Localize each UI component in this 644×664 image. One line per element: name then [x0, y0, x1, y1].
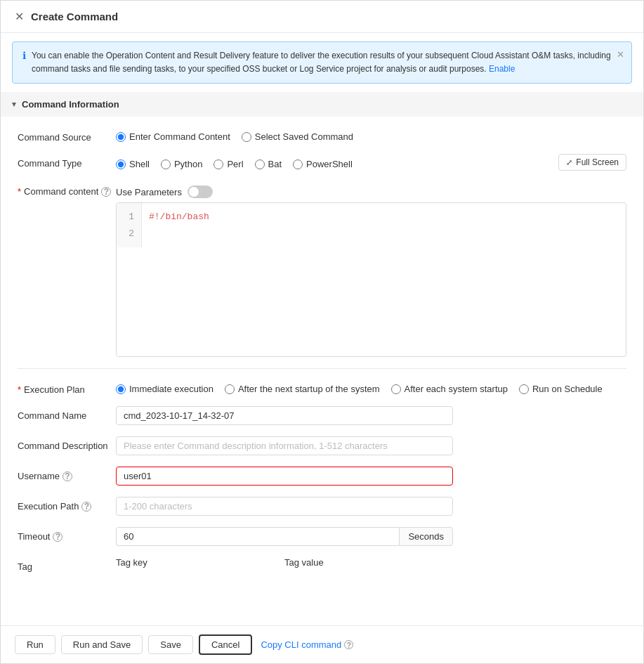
divider	[18, 368, 626, 369]
tag-key-header: Tag key	[116, 557, 284, 568]
fullscreen-button[interactable]: ⤢ Full Screen	[558, 154, 626, 171]
chevron-down-icon: ▾	[12, 100, 16, 109]
close-banner-icon[interactable]: ✕	[617, 49, 624, 60]
command-description-label: Command Description	[18, 436, 116, 451]
radio-shell[interactable]: Shell	[116, 159, 150, 169]
timeout-control: Seconds	[116, 527, 626, 546]
command-source-label: Command Source	[18, 128, 116, 143]
radio-python[interactable]: Python	[161, 159, 202, 169]
form-body: Command Source Enter Command Content Sel…	[1, 117, 643, 625]
tag-header-row: Tag key Tag value	[116, 557, 453, 568]
tag-label: Tag	[18, 557, 116, 572]
command-type-radio-group: Shell Python Perl Bat	[116, 155, 353, 169]
use-params-toggle[interactable]	[188, 185, 213, 198]
radio-perl-input[interactable]	[213, 160, 223, 169]
section-header: ▾ Command Information	[1, 92, 643, 117]
code-editor-inner: 1 2 #!/bin/bash	[117, 203, 626, 247]
username-help-icon[interactable]: ?	[63, 471, 72, 481]
info-banner: ℹ You can enable the Operation Content a…	[12, 41, 632, 84]
command-name-row: Command Name	[18, 406, 626, 425]
radio-bat[interactable]: Bat	[255, 159, 282, 169]
execution-path-input[interactable]	[116, 497, 453, 516]
timeout-unit: Seconds	[399, 527, 453, 546]
radio-enter-command[interactable]: Enter Command Content	[116, 131, 230, 142]
execution-plan-control: Immediate execution After the next start…	[116, 380, 626, 394]
execution-plan-row: * Execution Plan Immediate execution Aft…	[18, 380, 626, 395]
command-source-row: Command Source Enter Command Content Sel…	[18, 128, 626, 143]
radio-select-saved[interactable]: Select Saved Command	[242, 131, 353, 142]
banner-text: You can enable the Operation Content and…	[32, 49, 622, 76]
dialog-header: ✕ Create Command	[1, 1, 643, 33]
tag-control: Tag key Tag value	[116, 557, 626, 568]
command-type-control: Shell Python Perl Bat	[116, 154, 626, 171]
timeout-help-icon[interactable]: ?	[53, 532, 63, 542]
command-content-label: * Command content ?	[18, 182, 116, 197]
code-editor[interactable]: 1 2 #!/bin/bash	[116, 202, 626, 357]
create-command-dialog: ✕ Create Command ℹ You can enable the Op…	[0, 0, 644, 664]
username-input[interactable]	[116, 467, 453, 486]
command-type-row: Command Type Shell Python	[18, 154, 626, 171]
username-control	[116, 467, 626, 486]
command-type-label: Command Type	[18, 154, 116, 169]
radio-powershell-input[interactable]	[293, 160, 303, 169]
radio-next-startup-input[interactable]	[225, 384, 235, 394]
timeout-input[interactable]	[116, 527, 399, 546]
command-content-help-icon[interactable]: ?	[101, 187, 111, 197]
radio-enter-input[interactable]	[116, 132, 126, 142]
execution-plan-radio-group: Immediate execution After the next start…	[116, 380, 626, 394]
code-content[interactable]: #!/bin/bash	[142, 203, 216, 247]
copy-cli-help-icon[interactable]: ?	[344, 640, 353, 649]
command-type-inner: Shell Python Perl Bat	[116, 154, 626, 171]
timeout-input-row: Seconds	[116, 527, 453, 546]
fullscreen-icon: ⤢	[566, 158, 572, 167]
radio-immediate[interactable]: Immediate execution	[116, 384, 213, 394]
radio-shell-input[interactable]	[116, 160, 126, 169]
run-button[interactable]: Run	[15, 635, 55, 654]
command-description-row: Command Description	[18, 436, 626, 455]
footer: Run Run and Save Save Cancel Copy CLI co…	[1, 625, 643, 663]
timeout-label: Timeout ?	[18, 527, 116, 542]
line-numbers: 1 2	[117, 203, 142, 247]
radio-python-input[interactable]	[161, 160, 171, 169]
run-save-button[interactable]: Run and Save	[61, 635, 143, 654]
execution-path-control	[116, 497, 626, 516]
enable-link[interactable]: Enable	[489, 64, 515, 74]
code-line-1: #!/bin/bash	[149, 209, 209, 225]
username-label: Username ?	[18, 467, 116, 481]
cancel-button[interactable]: Cancel	[199, 634, 252, 655]
use-params-row: Use Parameters	[116, 182, 626, 198]
command-description-input[interactable]	[116, 436, 453, 455]
radio-schedule-input[interactable]	[519, 384, 529, 394]
command-source-radio-group: Enter Command Content Select Saved Comma…	[116, 128, 626, 142]
radio-schedule[interactable]: Run on Schedule	[519, 384, 603, 394]
tag-row: Tag Tag key Tag value	[18, 557, 626, 572]
command-description-control	[116, 436, 626, 455]
code-line-2	[149, 226, 209, 242]
line-number-1: 1	[124, 209, 134, 225]
command-name-label: Command Name	[18, 406, 116, 421]
radio-immediate-input[interactable]	[116, 384, 126, 394]
radio-each-startup-input[interactable]	[391, 384, 401, 394]
radio-perl[interactable]: Perl	[213, 159, 243, 169]
radio-each-startup[interactable]: After each system startup	[391, 384, 508, 394]
radio-powershell[interactable]: PowerShell	[293, 159, 353, 169]
close-icon[interactable]: ✕	[15, 11, 24, 22]
tag-value-header: Tag value	[284, 557, 453, 568]
line-number-2: 2	[124, 226, 134, 242]
execution-path-label: Execution Path ?	[18, 497, 116, 512]
command-source-control: Enter Command Content Select Saved Comma…	[116, 128, 626, 142]
radio-bat-input[interactable]	[255, 160, 265, 169]
dialog-title: Create Command	[31, 11, 118, 22]
timeout-row: Timeout ? Seconds	[18, 527, 626, 546]
execution-path-help-icon[interactable]: ?	[81, 502, 91, 512]
command-content-control: Use Parameters 1 2 #!/bin/bash	[116, 182, 626, 357]
username-row: Username ?	[18, 467, 626, 486]
copy-cli-button[interactable]: Copy CLI command ?	[261, 639, 353, 650]
radio-next-startup[interactable]: After the next startup of the system	[225, 384, 380, 394]
save-button[interactable]: Save	[148, 635, 193, 654]
radio-select-input[interactable]	[242, 132, 251, 142]
command-name-input[interactable]	[116, 406, 453, 425]
command-name-control	[116, 406, 626, 425]
execution-plan-label: * Execution Plan	[18, 380, 116, 395]
section-label: Command Information	[22, 99, 119, 110]
